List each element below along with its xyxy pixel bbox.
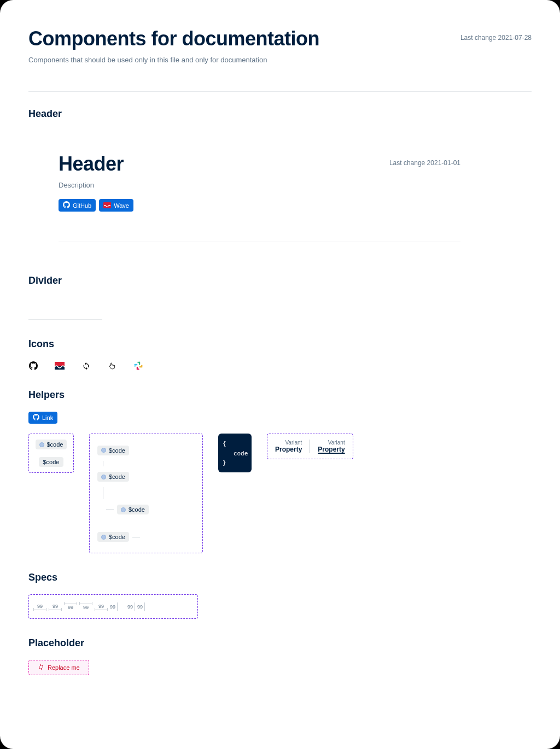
vertical-separator [310, 440, 310, 453]
spec-measure: 99 [95, 604, 108, 610]
section-title-divider: Divider [28, 275, 532, 286]
header-example-last-change: Last change 2021-01-01 [389, 159, 460, 167]
sync-icon [38, 664, 44, 671]
placeholder-component[interactable]: Replace me [28, 660, 89, 675]
variant-label: Variant [285, 440, 302, 446]
code-block: { code } [218, 434, 252, 472]
svg-rect-5 [135, 364, 138, 365]
section-title-placeholder: Placeholder [28, 637, 532, 649]
property-dot-icon [101, 448, 106, 453]
canvas: Components for documentation Last change… [0, 0, 560, 749]
property-dot-icon [101, 535, 106, 540]
spec-measure-vertical: 99 [137, 602, 145, 611]
connector-line [132, 537, 140, 537]
code-chip: $code [97, 532, 129, 542]
svg-rect-3 [139, 366, 143, 367]
pointer-icon [107, 361, 117, 371]
header-example-title: Header [59, 153, 124, 175]
property-label: Property [275, 446, 302, 453]
svg-rect-4 [137, 367, 138, 370]
header-example: Header Last change 2021-01-01 Descriptio… [28, 131, 460, 242]
page-title: Components for documentation [28, 27, 319, 50]
github-link-label: GitHub [73, 202, 91, 209]
spec-measure: 99 [49, 604, 62, 610]
wave-icon [55, 361, 65, 371]
code-chip: $code [36, 440, 67, 449]
placeholder-label: Replace me [48, 664, 80, 671]
slack-icon [133, 361, 143, 371]
wave-icon [103, 202, 111, 208]
header-example-links: GitHub Wave [59, 199, 460, 212]
divider-example [28, 319, 102, 320]
property-dot-icon [101, 475, 106, 479]
link-button-label: Link [42, 414, 53, 421]
github-link-button[interactable]: GitHub [59, 199, 96, 212]
spec-measure: 99 [79, 604, 92, 610]
icons-row [28, 361, 532, 371]
property-label: Property [318, 446, 345, 453]
last-change: Last change 2021-07-28 [460, 34, 532, 42]
code-chip-plain: $code [39, 457, 64, 467]
section-title-helpers: Helpers [28, 389, 532, 401]
section-title-header: Header [28, 108, 532, 120]
github-icon [28, 361, 38, 371]
header-example-description: Description [59, 181, 460, 189]
spec-measure-vertical: 99 [110, 602, 118, 611]
svg-rect-0 [55, 362, 65, 366]
spec-measure-vertical: 99 [127, 602, 135, 611]
horizontal-rule [28, 91, 532, 92]
code-chip-group-2: $code $code $code [89, 434, 203, 553]
property-dot-icon [121, 507, 126, 512]
github-icon [33, 414, 39, 422]
specs-group: 99 99 99 99 99 99 99 99 [28, 594, 198, 619]
spec-measure: 99 [64, 604, 77, 610]
variant-item: Variant Property [275, 440, 302, 453]
connector-line [106, 510, 114, 510]
section-title-specs: Specs [28, 572, 532, 583]
wave-link-label: Wave [114, 202, 129, 209]
svg-rect-2 [139, 362, 140, 365]
github-icon [63, 201, 70, 209]
code-chip-group-1: $code $code [28, 434, 74, 473]
page-subtitle: Components that should be used only in t… [28, 56, 532, 64]
property-dot-icon [39, 442, 44, 447]
sync-icon [81, 361, 91, 371]
section-title-icons: Icons [28, 338, 532, 350]
variant-group: Variant Property Variant Property [267, 434, 353, 459]
variant-item: Variant Property [318, 440, 345, 453]
code-chip: $code [97, 446, 129, 455]
wave-link-button[interactable]: Wave [99, 199, 133, 212]
title-row: Components for documentation Last change… [28, 27, 532, 50]
code-chip: $code [97, 472, 129, 482]
link-button[interactable]: Link [28, 412, 57, 424]
spec-measure: 99 [33, 604, 46, 610]
variant-label: Variant [328, 440, 345, 446]
header-example-rule [59, 242, 460, 242]
code-chip: $code [117, 505, 149, 514]
